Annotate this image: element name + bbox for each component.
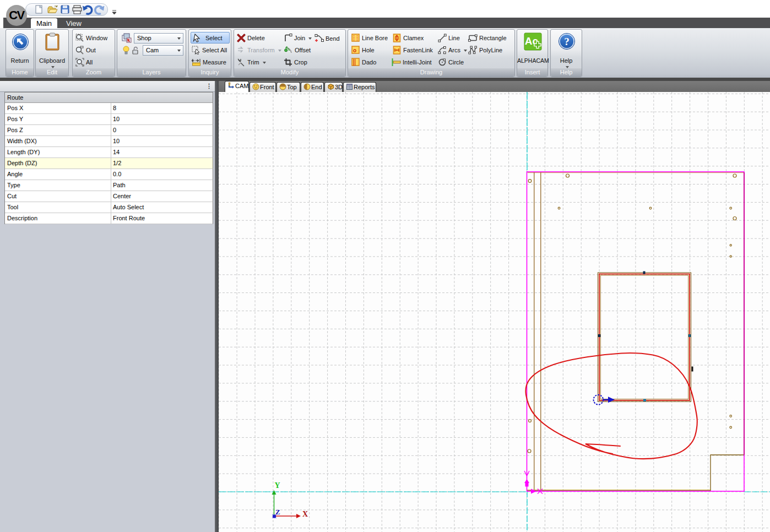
svg-text:X: X [302, 510, 308, 518]
svg-text:Y: Y [274, 481, 280, 490]
svg-text:?: ? [564, 36, 570, 47]
svg-text:Z: Z [275, 508, 280, 516]
